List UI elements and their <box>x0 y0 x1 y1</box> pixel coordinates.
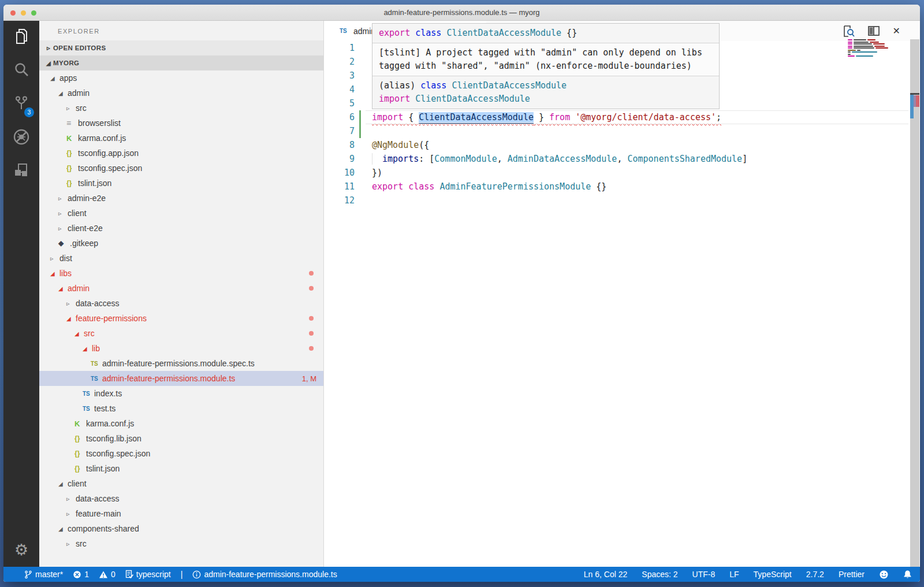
twisty-expanded-icon: ◢ <box>50 270 59 277</box>
status-lf[interactable]: LF <box>729 570 739 579</box>
code-line-9[interactable]: 9imports: [CommonModule, AdminDataAccess… <box>324 152 920 166</box>
twisty-expanded-icon: ◢ <box>66 315 76 322</box>
status-sep: | <box>181 570 183 579</box>
tree-item-admin[interactable]: ◢admin <box>39 86 323 101</box>
status-task[interactable]: typescript <box>125 570 171 579</box>
editor-actions: ✕ <box>842 21 900 41</box>
status-feedback[interactable] <box>879 570 889 579</box>
tree-item-data-access[interactable]: ▹data-access <box>39 491 323 506</box>
karma-file-icon: K <box>74 419 86 428</box>
activitybar-item-source-control[interactable]: 3 <box>3 88 39 121</box>
code-line-12[interactable]: 12 <box>324 194 920 207</box>
line-number: 7 <box>324 126 355 136</box>
tree-item-tslint-json[interactable]: {}tslint.json <box>39 461 323 476</box>
tree-item-tsconfig-spec-json[interactable]: {}tsconfig.spec.json <box>39 446 323 461</box>
status-warning[interactable]: 0 <box>99 570 116 579</box>
workspace-root-section[interactable]: ◢ MYORG <box>39 55 323 70</box>
split-editor-icon[interactable] <box>867 25 880 38</box>
tree-item-label: browserslist <box>78 118 121 128</box>
twisty-expanded-icon: ◢ <box>58 285 68 292</box>
code-line-10[interactable]: 10}) <box>324 166 920 180</box>
tree-item-components-shared[interactable]: ◢components-shared <box>39 521 323 536</box>
tree-item-tsconfig-app-json[interactable]: {}tsconfig.app.json <box>39 146 323 161</box>
tree-item-src[interactable]: ▹src <box>39 536 323 551</box>
minimap[interactable] <box>848 39 901 58</box>
tree-item-karma-conf-js[interactable]: Kkarma.conf.js <box>39 416 323 431</box>
tree-item-client[interactable]: ▹client <box>39 206 323 221</box>
tree-item-admin-feature-permissions-module-spec-ts[interactable]: TSadmin-feature-permissions.module.spec.… <box>39 356 323 371</box>
tree-item-client-e2e[interactable]: ▹client-e2e <box>39 221 323 236</box>
scrollbar-overview-ruler[interactable] <box>910 39 919 567</box>
activitybar-item-explorer[interactable] <box>3 21 39 54</box>
status-2-7-2[interactable]: 2.7.2 <box>806 570 824 579</box>
tree-item-browserslist[interactable]: ≡browserslist <box>39 116 323 131</box>
tree-item-index-ts[interactable]: TSindex.ts <box>39 386 323 401</box>
tree-item-libs[interactable]: ◢libs <box>39 266 323 281</box>
git-file-icon: ◆ <box>58 239 70 247</box>
tree-item-tslint-json[interactable]: {}tslint.json <box>39 176 323 191</box>
tree-item-src[interactable]: ◢src <box>39 326 323 341</box>
code-area: 1import { NgModule } from '@angular/core… <box>324 41 920 567</box>
problems-modified-badge: 1, M <box>302 374 316 383</box>
status-error[interactable]: 1 <box>73 570 89 579</box>
line-number: 2 <box>324 57 355 67</box>
twisty-expanded-icon: ◢ <box>83 345 92 352</box>
scm-badge: 3 <box>24 107 34 117</box>
tree-item-label: tsconfig.app.json <box>78 148 139 158</box>
tree-item-karma-conf-js[interactable]: Kkarma.conf.js <box>39 131 323 146</box>
line-number: 9 <box>324 154 355 164</box>
status-typescript[interactable]: TypeScript <box>754 570 792 579</box>
tree-item-feature-main[interactable]: ▹feature-main <box>39 506 323 521</box>
tree-item-admin-e2e[interactable]: ▹admin-e2e <box>39 191 323 206</box>
code-line-8[interactable]: 8@NgModule({ <box>324 138 920 152</box>
tree-item-dist[interactable]: ▹dist <box>39 251 323 266</box>
tree-item-test-ts[interactable]: TStest.ts <box>39 401 323 416</box>
open-preview-icon[interactable] <box>842 25 855 38</box>
tree-item-tsconfig-spec-json[interactable]: {}tsconfig.spec.json <box>39 161 323 176</box>
code-line-6[interactable]: 6import { ClientDataAccessModule } from … <box>324 110 920 124</box>
tree-item-gitkeep[interactable]: ◆.gitkeep <box>39 236 323 251</box>
json-file-icon: {} <box>66 179 78 187</box>
activitybar-item-search[interactable] <box>3 54 39 88</box>
tree-item-feature-permissions[interactable]: ◢feature-permissions <box>39 311 323 326</box>
tree-item-label: karma.conf.js <box>86 419 134 428</box>
typescript-spec-file-icon: TS <box>91 361 102 367</box>
minimap-line <box>848 54 901 55</box>
open-editors-section[interactable]: ▹ OPEN EDITORS <box>39 40 323 55</box>
activitybar-item-extensions[interactable] <box>3 155 39 188</box>
code-line-7[interactable]: 7 <box>324 124 920 138</box>
status-label: admin-feature-permissions.module.ts <box>204 570 337 579</box>
workspace-root-label: MYORG <box>53 60 79 66</box>
status-bell[interactable] <box>903 570 912 579</box>
status-ln-6-col-22[interactable]: Ln 6, Col 22 <box>584 570 628 579</box>
tree-item-src[interactable]: ▹src <box>39 101 323 116</box>
tree-item-admin-feature-permissions-module-ts[interactable]: TSadmin-feature-permissions.module.ts1, … <box>39 371 323 386</box>
error-squiggle: import { ClientDataAccessModule } from '… <box>372 112 721 122</box>
tree-item-tsconfig-lib-json[interactable]: {}tsconfig.lib.json <box>39 431 323 446</box>
tree-item-admin[interactable]: ◢admin <box>39 281 323 296</box>
status-utf-8[interactable]: UTF-8 <box>692 570 716 579</box>
status-branch[interactable]: master* <box>24 570 63 579</box>
status-prettier[interactable]: Prettier <box>839 570 865 579</box>
tree-item-data-access[interactable]: ▹data-access <box>39 296 323 311</box>
tree-item-lib[interactable]: ◢lib <box>39 341 323 356</box>
status-spaces-2[interactable]: Spaces: 2 <box>642 570 677 579</box>
tree-item-apps[interactable]: ◢apps <box>39 70 323 86</box>
gutter-space <box>359 83 361 96</box>
search-icon <box>13 61 30 81</box>
git-added-gutter-bar <box>359 110 361 124</box>
code-line-11[interactable]: 11export class AdminFeaturePermissionsMo… <box>324 180 920 194</box>
minimap-line <box>848 47 901 49</box>
tree-item-label: test.ts <box>94 404 116 413</box>
activitybar-item-debug-disabled[interactable] <box>3 121 39 155</box>
reference-link-highlight: ClientDataAccessModule <box>419 112 534 122</box>
status-info[interactable]: admin-feature-permissions.module.ts <box>192 570 337 579</box>
close-icon[interactable]: ✕ <box>893 25 900 36</box>
tree-item-label: src <box>76 539 87 548</box>
activitybar-item-settings-gear[interactable]: ⚙ <box>3 533 39 567</box>
tooltip-tslint-message: [tslint] A project tagged with "admin" c… <box>372 43 719 76</box>
tooltip-message-line: [tslint] A project tagged with "admin" c… <box>379 46 713 60</box>
tree-item-label: tslint.json <box>86 464 120 473</box>
tree-item-client[interactable]: ◢client <box>39 476 323 491</box>
bell-icon <box>903 570 912 579</box>
